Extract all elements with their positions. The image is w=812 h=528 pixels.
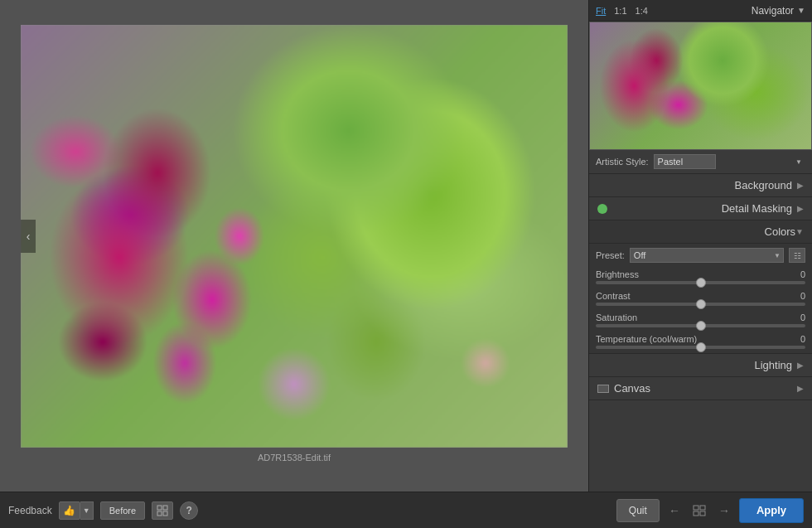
background-section-row[interactable]: Background ▶ <box>589 174 812 197</box>
apply-button[interactable]: Apply <box>739 498 804 523</box>
thumbup-button[interactable]: 👍 <box>59 501 80 520</box>
lighting-arrow: ▶ <box>797 361 804 370</box>
canvas-title: Canvas <box>614 382 792 395</box>
zoom-1to1-button[interactable]: 1:1 <box>614 6 626 16</box>
grid-view-button[interactable] <box>152 501 173 520</box>
lighting-title: Lighting <box>597 359 792 371</box>
prev-nav-button[interactable]: ← <box>665 501 684 521</box>
svg-rect-3 <box>163 511 167 516</box>
navigator-thumbnail <box>589 22 812 150</box>
contrast-track[interactable] <box>596 303 805 306</box>
bottom-right-buttons: Quit ← → Apply <box>616 498 804 523</box>
navigator-header: Fit 1:1 1:4 Navigator ▼ <box>589 0 812 22</box>
navigator-title: Navigator ▼ <box>752 5 805 17</box>
filename: AD7R1538-Edit.tif <box>258 453 331 463</box>
detail-masking-arrow: ▶ <box>797 204 804 213</box>
painting <box>21 25 568 448</box>
brightness-label: Brightness <box>596 269 639 279</box>
canvas-section-row[interactable]: Canvas ▶ <box>589 377 812 400</box>
svg-rect-2 <box>157 511 162 516</box>
temperature-track[interactable] <box>596 346 805 349</box>
filename-bar: AD7R1538-Edit.tif <box>0 448 588 467</box>
artistic-style-select[interactable]: Pastel Oil Watercolor Sketch <box>654 154 716 169</box>
main-area: ‹ AD7R1538-Edit.tif Fit 1:1 1:4 Navigato… <box>0 0 812 492</box>
colors-header[interactable]: Colors ▼ <box>589 220 812 244</box>
help-button[interactable]: ? <box>180 501 198 520</box>
right-panel: Fit 1:1 1:4 Navigator ▼ Artistic Style: … <box>588 0 812 492</box>
brightness-thumb[interactable] <box>696 278 706 288</box>
zoom-1to4-button[interactable]: 1:4 <box>636 6 648 16</box>
saturation-track[interactable] <box>596 324 805 327</box>
before-button[interactable]: Before <box>100 501 145 520</box>
saturation-label: Saturation <box>596 312 637 322</box>
preset-label: Preset: <box>596 250 625 260</box>
next-nav-button[interactable]: → <box>714 501 734 521</box>
preset-icon-button[interactable]: ☷ <box>789 248 805 263</box>
artistic-style-wrapper: Pastel Oil Watercolor Sketch <box>654 154 805 169</box>
thumb-dropdown-button[interactable]: ▼ <box>80 501 94 520</box>
svg-rect-5 <box>700 506 705 510</box>
detail-masking-section-row[interactable]: Detail Masking ▶ <box>589 197 812 220</box>
svg-rect-1 <box>163 506 167 510</box>
brightness-value: 0 <box>789 269 805 279</box>
contrast-label: Contrast <box>596 291 631 301</box>
temperature-thumb[interactable] <box>696 342 706 352</box>
detail-masking-indicator <box>597 204 607 214</box>
saturation-value: 0 <box>789 312 805 322</box>
svg-rect-7 <box>700 511 705 516</box>
background-section-arrow: ▶ <box>797 181 804 190</box>
saturation-slider-row: Saturation 0 <box>589 310 812 332</box>
svg-rect-0 <box>157 506 162 510</box>
temperature-slider-row: Temperature (cool/warm) 0 <box>589 332 812 353</box>
artistic-style-label: Artistic Style: <box>596 157 649 167</box>
preset-select[interactable]: Off Vivid Muted <box>630 248 784 263</box>
preset-select-wrapper: Off Vivid Muted <box>630 248 784 263</box>
contrast-thumb[interactable] <box>696 299 706 309</box>
colors-expand-icon: ▼ <box>795 227 804 236</box>
canvas-area: ‹ AD7R1538-Edit.tif <box>0 0 588 492</box>
temperature-value: 0 <box>789 334 805 344</box>
colors-section: Colors ▼ Preset: Off Vivid Muted ☷ Br <box>589 220 812 354</box>
feedback-label: Feedback <box>8 505 52 516</box>
svg-rect-4 <box>694 506 698 510</box>
lighting-section-row[interactable]: Lighting ▶ <box>589 354 812 377</box>
grid-icon-button[interactable] <box>689 501 709 521</box>
zoom-buttons: Fit 1:1 1:4 <box>596 6 648 16</box>
saturation-thumb[interactable] <box>696 321 706 331</box>
background-section-title: Background <box>597 179 792 191</box>
svg-rect-6 <box>694 511 698 516</box>
contrast-value: 0 <box>789 291 805 301</box>
brightness-track[interactable] <box>596 281 805 284</box>
quit-button[interactable]: Quit <box>616 499 660 522</box>
thumb-buttons: 👍 ▼ <box>59 501 94 520</box>
colors-title: Colors <box>597 225 795 238</box>
brightness-slider-row: Brightness 0 <box>589 267 812 288</box>
zoom-fit-button[interactable]: Fit <box>596 6 606 16</box>
bottom-toolbar: Feedback 👍 ▼ Before ? Quit ← → Apply <box>0 492 812 528</box>
contrast-slider-row: Contrast 0 <box>589 288 812 310</box>
canvas-small-icon <box>597 385 609 393</box>
canvas-arrow: ▶ <box>797 384 804 393</box>
preset-row: Preset: Off Vivid Muted ☷ <box>589 244 812 267</box>
navigator-label: Navigator <box>752 5 794 17</box>
temperature-label: Temperature (cool/warm) <box>596 334 697 344</box>
artistic-style-row: Artistic Style: Pastel Oil Watercolor Sk… <box>589 150 812 174</box>
image-container: ‹ <box>21 25 568 448</box>
nav-arrow-left[interactable]: ‹ <box>21 220 36 253</box>
detail-masking-title: Detail Masking <box>611 202 792 215</box>
navigator-dropdown-icon[interactable]: ▼ <box>797 6 805 15</box>
